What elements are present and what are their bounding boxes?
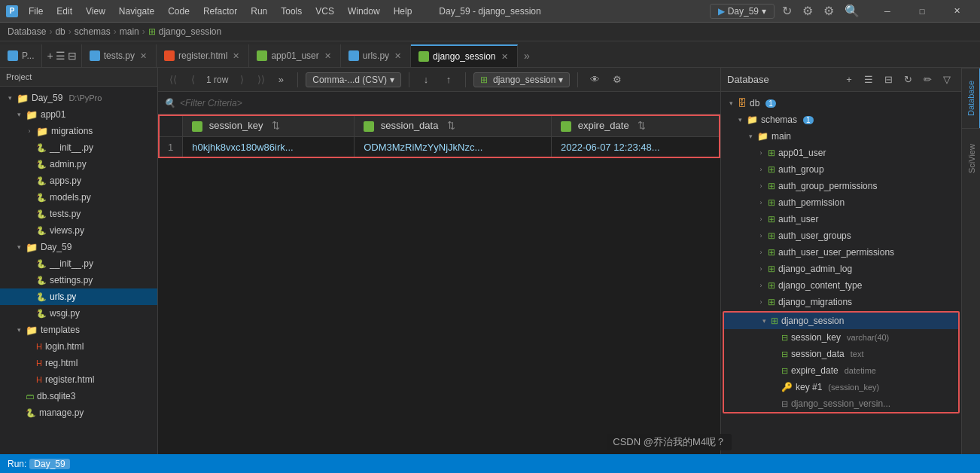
tree-db-sqlite3[interactable]: 🗃 db.sqlite3 (0, 388, 157, 404)
nav-next-button[interactable]: ⟩ (233, 71, 251, 89)
build-icon[interactable]: ⚙ (799, 4, 816, 18)
db-tree-session-version[interactable]: ⊟ django_session_versin... (724, 395, 958, 412)
nav-more-button[interactable]: » (272, 71, 290, 89)
db-tree-sessionkey-col[interactable]: ⊟ session_key varchar(40) (724, 329, 958, 346)
tree-wsgi[interactable]: 🐍 wsgi.py (0, 305, 157, 322)
col-header-session-data[interactable]: session_data ⇅ (355, 115, 552, 137)
db-tree-djangomigrations[interactable]: › ⊞ django_migrations (721, 294, 961, 310)
menu-view[interactable]: View (80, 5, 111, 18)
tree-models[interactable]: 🐍 models.py (0, 189, 157, 206)
breadcrumb-item-database[interactable]: Database (8, 26, 46, 37)
breadcrumb-item-schemas[interactable]: schemas (75, 26, 111, 37)
breadcrumb-item-main[interactable]: main (120, 26, 139, 37)
db-tree-key[interactable]: 🔑 key #1 (session_key) (724, 379, 958, 395)
tab-register-html[interactable]: register.html ✕ (157, 44, 249, 67)
db-tree-authgroupperms[interactable]: › ⊞ auth_group_permissions (721, 178, 961, 194)
db-tree-sessiondata-col[interactable]: ⊟ session_data text (724, 346, 958, 362)
db-tree-authuserperms[interactable]: › ⊞ auth_user_user_permissions (721, 244, 961, 261)
db-tree-authgroup[interactable]: › ⊞ auth_group (721, 161, 961, 178)
cell-session-key[interactable]: h0kjhk8vxc180w86irk... (183, 136, 355, 157)
db-tree-djangocontenttype[interactable]: › ⊞ django_content_type (721, 277, 961, 294)
tree-reg-html[interactable]: H reg.html (0, 355, 157, 371)
tab-tests[interactable]: tests.py ✕ (82, 44, 157, 67)
table-name-dropdown[interactable]: ⊞ django_session ▾ (473, 72, 570, 87)
tab-app01-user[interactable]: app01_user ✕ (249, 44, 340, 67)
tab-django-session[interactable]: django_session ✕ (411, 44, 517, 67)
tree-root[interactable]: ▾ 📁 Day_59 D:\PyPro (0, 90, 157, 106)
db-tree-authuser[interactable]: › ⊞ auth_user (721, 211, 961, 227)
tree-settings[interactable]: 🐍 settings.py (0, 272, 157, 288)
db-filter-button[interactable]: ▽ (939, 72, 955, 88)
tab-urls[interactable]: urls.py ✕ (341, 44, 411, 67)
menu-file[interactable]: File (23, 5, 49, 18)
tree-init-day59[interactable]: 🐍 __init__.py (0, 255, 157, 272)
tree-views[interactable]: 🐍 views.py (0, 222, 157, 239)
filter-input-area[interactable]: 🔍 <Filter Criteria> (164, 98, 242, 108)
menu-help[interactable]: Help (388, 5, 418, 18)
tab-split-icon[interactable]: ⊟ (68, 50, 77, 62)
tree-urls[interactable]: 🐍 urls.py (0, 288, 157, 305)
breadcrumb-item-db[interactable]: db (55, 26, 65, 37)
search-icon[interactable]: 🔍 (842, 4, 863, 18)
tree-apps[interactable]: 🐍 apps.py (0, 172, 157, 189)
tree-templates[interactable]: ▾ 📁 templates (0, 322, 157, 338)
tab-app01-close[interactable]: ✕ (323, 51, 333, 61)
tab-add-icon[interactable]: + (47, 50, 53, 62)
csv-format-dropdown[interactable]: Comma-...d (CSV) ▾ (306, 72, 401, 87)
tree-register-html[interactable]: H register.html (0, 371, 157, 388)
db-edit-button[interactable]: ✏ (919, 72, 936, 88)
col-header-session-key[interactable]: session_key ⇅ (183, 115, 355, 137)
nav-prev-button[interactable]: ⟨ (184, 71, 202, 89)
tree-init-app01[interactable]: 🐍 __init__.py (0, 139, 157, 156)
tab-register-close[interactable]: ✕ (231, 51, 241, 61)
menu-navigate[interactable]: Navigate (113, 5, 160, 18)
preview-button[interactable]: 👁 (586, 71, 604, 89)
export-button[interactable]: ↑ (440, 71, 458, 89)
table-settings-button[interactable]: ⚙ (608, 71, 626, 89)
side-tab-sciview[interactable]: SciView (962, 128, 981, 188)
tree-app01[interactable]: ▾ 📁 app01 (0, 106, 157, 123)
run-config-selector[interactable]: ▶ Day_59 ▾ (710, 4, 775, 19)
tab-urls-close[interactable]: ✕ (393, 51, 403, 61)
menu-vcs[interactable]: VCS (309, 5, 340, 18)
tree-admin[interactable]: 🐍 admin.py (0, 156, 157, 172)
tree-day59-folder[interactable]: ▾ 📁 Day_59 (0, 239, 157, 255)
db-split-button[interactable]: ⊟ (880, 72, 896, 88)
db-table-container[interactable]: session_key ⇅ session_data ⇅ expire_date… (158, 114, 720, 454)
db-tree-db[interactable]: ▾ 🗄 db 1 (721, 95, 961, 111)
cell-expire-date[interactable]: 2022-06-07 12:23:48... (552, 136, 720, 157)
run-item-label[interactable]: Day_59 (29, 459, 69, 469)
menu-tools[interactable]: Tools (275, 5, 308, 18)
db-add-button[interactable]: + (841, 72, 857, 88)
db-tree-schemas[interactable]: ▾ 📁 schemas 1 (721, 111, 961, 128)
tab-project[interactable]: P... (0, 44, 42, 67)
col-header-expire-date[interactable]: expire_date ⇅ (552, 115, 720, 137)
table-row[interactable]: 1 h0kjhk8vxc180w86irk... ODM3MzRiMzYyNjJ… (159, 136, 720, 157)
db-tree-expiredate-col[interactable]: ⊟ expire_date datetime (724, 362, 958, 379)
nav-last-button[interactable]: ⟩⟩ (252, 71, 270, 89)
db-tree-authusergroups[interactable]: › ⊞ auth_user_groups (721, 227, 961, 244)
db-tree-main[interactable]: ▾ 📁 main (721, 128, 961, 145)
db-tree-app01user[interactable]: › ⊞ app01_user (721, 145, 961, 161)
refresh-icon[interactable]: ↻ (779, 4, 795, 18)
menu-refactor[interactable]: Refactor (197, 5, 243, 18)
db-tree-authperm[interactable]: › ⊞ auth_permission (721, 194, 961, 211)
tree-tests[interactable]: 🐍 tests.py (0, 206, 157, 222)
nav-first-button[interactable]: ⟨⟨ (164, 71, 182, 89)
menu-window[interactable]: Window (342, 5, 386, 18)
db-list-button[interactable]: ☰ (860, 72, 877, 88)
tabs-overflow-button[interactable]: » (518, 44, 537, 67)
tab-session-close[interactable]: ✕ (500, 52, 510, 62)
menu-edit[interactable]: Edit (50, 5, 78, 18)
project-tree[interactable]: ▾ 📁 Day_59 D:\PyPro ▾ 📁 app01 › 📁 migrat… (0, 87, 157, 454)
menu-code[interactable]: Code (162, 5, 196, 18)
tree-manage[interactable]: 🐍 manage.py (0, 404, 157, 421)
db-refresh-button[interactable]: ↻ (899, 72, 916, 88)
tree-migrations[interactable]: › 📁 migrations (0, 123, 157, 139)
tab-list-icon[interactable]: ☰ (56, 50, 65, 62)
tree-login-html[interactable]: H login.html (0, 338, 157, 355)
minimize-button[interactable]: ─ (870, 0, 905, 23)
close-button[interactable]: ✕ (939, 0, 974, 23)
import-button[interactable]: ↓ (417, 71, 435, 89)
maximize-button[interactable]: □ (905, 0, 939, 23)
